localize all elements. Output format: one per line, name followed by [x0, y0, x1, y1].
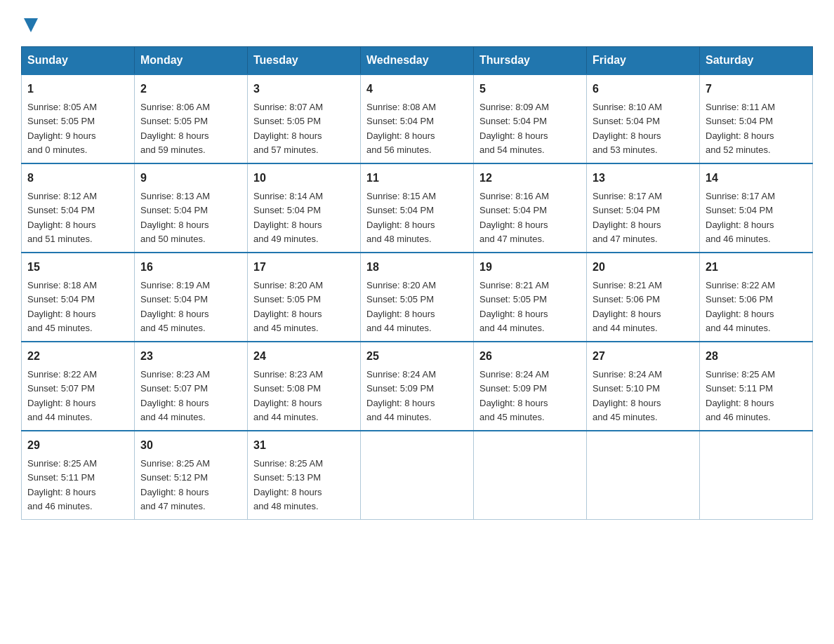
day-number: 3	[253, 81, 355, 98]
day-info: Sunrise: 8:17 AMSunset: 5:04 PMDaylight:…	[593, 191, 662, 244]
day-info: Sunrise: 8:23 AMSunset: 5:07 PMDaylight:…	[140, 369, 210, 422]
day-number: 19	[479, 259, 581, 276]
day-number: 11	[366, 170, 468, 187]
calendar-cell: 4 Sunrise: 8:08 AMSunset: 5:04 PMDayligh…	[361, 74, 474, 163]
day-info: Sunrise: 8:17 AMSunset: 5:04 PMDaylight:…	[706, 191, 775, 244]
day-number: 15	[27, 259, 128, 276]
day-info: Sunrise: 8:06 AMSunset: 5:05 PMDaylight:…	[140, 102, 210, 155]
day-info: Sunrise: 8:09 AMSunset: 5:04 PMDaylight:…	[479, 102, 549, 155]
day-number: 20	[593, 259, 694, 276]
calendar-cell: 9 Sunrise: 8:13 AMSunset: 5:04 PMDayligh…	[135, 163, 248, 253]
day-info: Sunrise: 8:10 AMSunset: 5:04 PMDaylight:…	[593, 102, 662, 155]
logo	[21, 14, 38, 32]
calendar-week-row: 29 Sunrise: 8:25 AMSunset: 5:11 PMDaylig…	[22, 431, 813, 520]
day-number: 29	[27, 437, 128, 454]
day-info: Sunrise: 8:07 AMSunset: 5:05 PMDaylight:…	[253, 102, 323, 155]
calendar-cell	[587, 431, 700, 520]
day-number: 1	[27, 81, 128, 98]
day-info: Sunrise: 8:11 AMSunset: 5:04 PMDaylight:…	[706, 102, 775, 155]
calendar-cell: 3 Sunrise: 8:07 AMSunset: 5:05 PMDayligh…	[248, 74, 361, 163]
day-info: Sunrise: 8:24 AMSunset: 5:09 PMDaylight:…	[479, 369, 549, 422]
day-info: Sunrise: 8:20 AMSunset: 5:05 PMDaylight:…	[253, 280, 323, 333]
day-info: Sunrise: 8:16 AMSunset: 5:04 PMDaylight:…	[479, 191, 549, 244]
day-number: 31	[253, 437, 355, 454]
calendar-week-row: 8 Sunrise: 8:12 AMSunset: 5:04 PMDayligh…	[22, 163, 813, 253]
day-number: 17	[253, 259, 355, 276]
calendar-cell: 14 Sunrise: 8:17 AMSunset: 5:04 PMDaylig…	[700, 163, 813, 253]
page-header	[21, 14, 813, 32]
day-info: Sunrise: 8:08 AMSunset: 5:04 PMDaylight:…	[366, 102, 436, 155]
day-info: Sunrise: 8:14 AMSunset: 5:04 PMDaylight:…	[253, 191, 323, 244]
header-row: Sunday Monday Tuesday Wednesday Thursday…	[22, 47, 813, 75]
calendar-header: Sunday Monday Tuesday Wednesday Thursday…	[22, 47, 813, 75]
day-info: Sunrise: 8:12 AMSunset: 5:04 PMDaylight:…	[27, 191, 97, 244]
calendar-cell: 13 Sunrise: 8:17 AMSunset: 5:04 PMDaylig…	[587, 163, 700, 253]
calendar-cell: 5 Sunrise: 8:09 AMSunset: 5:04 PMDayligh…	[474, 74, 587, 163]
day-info: Sunrise: 8:18 AMSunset: 5:04 PMDaylight:…	[27, 280, 97, 333]
day-number: 4	[366, 81, 468, 98]
calendar-cell: 16 Sunrise: 8:19 AMSunset: 5:04 PMDaylig…	[135, 253, 248, 342]
day-number: 7	[706, 81, 807, 98]
calendar-week-row: 1 Sunrise: 8:05 AMSunset: 5:05 PMDayligh…	[22, 74, 813, 163]
day-info: Sunrise: 8:21 AMSunset: 5:05 PMDaylight:…	[479, 280, 549, 333]
calendar-week-row: 22 Sunrise: 8:22 AMSunset: 5:07 PMDaylig…	[22, 342, 813, 431]
day-number: 25	[366, 348, 468, 365]
day-info: Sunrise: 8:19 AMSunset: 5:04 PMDaylight:…	[140, 280, 210, 333]
day-number: 16	[140, 259, 241, 276]
calendar-cell: 2 Sunrise: 8:06 AMSunset: 5:05 PMDayligh…	[135, 74, 248, 163]
calendar-cell: 8 Sunrise: 8:12 AMSunset: 5:04 PMDayligh…	[22, 163, 135, 253]
day-number: 21	[706, 259, 807, 276]
calendar-cell: 30 Sunrise: 8:25 AMSunset: 5:12 PMDaylig…	[135, 431, 248, 520]
day-number: 28	[706, 348, 807, 365]
calendar-cell: 10 Sunrise: 8:14 AMSunset: 5:04 PMDaylig…	[248, 163, 361, 253]
calendar-cell: 12 Sunrise: 8:16 AMSunset: 5:04 PMDaylig…	[474, 163, 587, 253]
calendar-cell: 21 Sunrise: 8:22 AMSunset: 5:06 PMDaylig…	[700, 253, 813, 342]
logo-triangle-icon	[24, 18, 38, 32]
day-number: 23	[140, 348, 241, 365]
calendar-cell: 26 Sunrise: 8:24 AMSunset: 5:09 PMDaylig…	[474, 342, 587, 431]
col-sunday: Sunday	[22, 47, 135, 75]
day-info: Sunrise: 8:24 AMSunset: 5:09 PMDaylight:…	[366, 369, 436, 422]
day-info: Sunrise: 8:25 AMSunset: 5:11 PMDaylight:…	[706, 369, 775, 422]
day-info: Sunrise: 8:25 AMSunset: 5:12 PMDaylight:…	[140, 458, 210, 511]
day-number: 9	[140, 170, 241, 187]
calendar-cell: 22 Sunrise: 8:22 AMSunset: 5:07 PMDaylig…	[22, 342, 135, 431]
day-info: Sunrise: 8:25 AMSunset: 5:11 PMDaylight:…	[27, 458, 97, 511]
calendar-cell: 7 Sunrise: 8:11 AMSunset: 5:04 PMDayligh…	[700, 74, 813, 163]
day-number: 26	[479, 348, 581, 365]
day-info: Sunrise: 8:15 AMSunset: 5:04 PMDaylight:…	[366, 191, 436, 244]
calendar-cell	[700, 431, 813, 520]
day-number: 13	[593, 170, 694, 187]
day-info: Sunrise: 8:21 AMSunset: 5:06 PMDaylight:…	[593, 280, 662, 333]
col-tuesday: Tuesday	[248, 47, 361, 75]
col-thursday: Thursday	[474, 47, 587, 75]
col-friday: Friday	[587, 47, 700, 75]
day-info: Sunrise: 8:24 AMSunset: 5:10 PMDaylight:…	[593, 369, 662, 422]
day-info: Sunrise: 8:25 AMSunset: 5:13 PMDaylight:…	[253, 458, 323, 511]
day-number: 10	[253, 170, 355, 187]
calendar-cell: 29 Sunrise: 8:25 AMSunset: 5:11 PMDaylig…	[22, 431, 135, 520]
calendar-cell: 18 Sunrise: 8:20 AMSunset: 5:05 PMDaylig…	[361, 253, 474, 342]
day-number: 30	[140, 437, 241, 454]
calendar-cell	[361, 431, 474, 520]
calendar-cell: 17 Sunrise: 8:20 AMSunset: 5:05 PMDaylig…	[248, 253, 361, 342]
calendar-cell: 23 Sunrise: 8:23 AMSunset: 5:07 PMDaylig…	[135, 342, 248, 431]
calendar-body: 1 Sunrise: 8:05 AMSunset: 5:05 PMDayligh…	[22, 74, 813, 520]
calendar-cell: 24 Sunrise: 8:23 AMSunset: 5:08 PMDaylig…	[248, 342, 361, 431]
calendar-cell: 27 Sunrise: 8:24 AMSunset: 5:10 PMDaylig…	[587, 342, 700, 431]
calendar-cell: 19 Sunrise: 8:21 AMSunset: 5:05 PMDaylig…	[474, 253, 587, 342]
calendar-cell: 15 Sunrise: 8:18 AMSunset: 5:04 PMDaylig…	[22, 253, 135, 342]
col-monday: Monday	[135, 47, 248, 75]
day-number: 24	[253, 348, 355, 365]
calendar-cell: 20 Sunrise: 8:21 AMSunset: 5:06 PMDaylig…	[587, 253, 700, 342]
calendar-cell: 11 Sunrise: 8:15 AMSunset: 5:04 PMDaylig…	[361, 163, 474, 253]
day-number: 14	[706, 170, 807, 187]
day-info: Sunrise: 8:13 AMSunset: 5:04 PMDaylight:…	[140, 191, 210, 244]
day-info: Sunrise: 8:05 AMSunset: 5:05 PMDaylight:…	[27, 102, 97, 155]
day-number: 22	[27, 348, 128, 365]
calendar-cell	[474, 431, 587, 520]
day-number: 12	[479, 170, 581, 187]
day-number: 6	[593, 81, 694, 98]
day-info: Sunrise: 8:22 AMSunset: 5:07 PMDaylight:…	[27, 369, 97, 422]
day-number: 5	[479, 81, 581, 98]
